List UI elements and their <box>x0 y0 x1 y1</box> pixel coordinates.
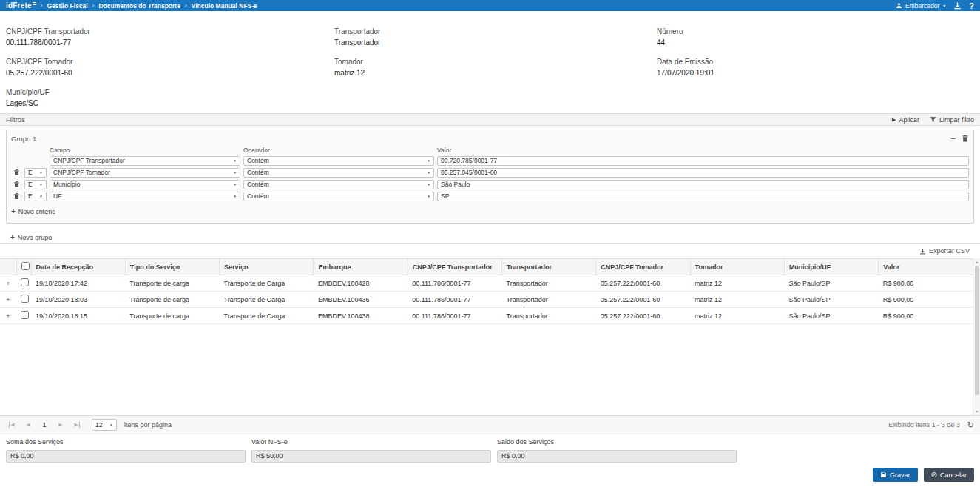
profile-menu[interactable]: Embarcador ▼ <box>896 2 946 10</box>
grid-toolbar: Exportar CSV <box>0 243 980 258</box>
row-checkbox[interactable] <box>21 278 29 286</box>
field-label: Transportador <box>334 27 657 36</box>
clear-filter-button[interactable]: Limpar filtro <box>930 116 974 124</box>
row-checkbox[interactable] <box>21 311 29 319</box>
first-page-button[interactable]: ◀ <box>6 419 18 431</box>
save-button[interactable]: Gravar <box>873 468 918 482</box>
collapse-group-button[interactable]: − <box>951 135 956 142</box>
table-cell: 00.111.786/0001-77 <box>408 275 501 292</box>
criterion-connector-select[interactable]: E▼ <box>24 192 47 201</box>
column-header-tomador[interactable]: Tomador <box>690 259 784 275</box>
criterion-field-select[interactable]: UF▼ <box>50 192 240 201</box>
saldo-servicos-input[interactable] <box>497 450 737 463</box>
help-button[interactable]: ? <box>969 1 974 10</box>
table-header-row: Data de Recepção Tipo do Serviço Serviço… <box>0 259 973 275</box>
chevron-down-icon: ▼ <box>427 170 430 174</box>
chevron-down-icon: ▼ <box>233 170 237 174</box>
refresh-icon[interactable]: ↻ <box>967 421 974 429</box>
field-label: CNPJ/CPF Tomador <box>6 58 334 66</box>
summary-label: Valor NFS-e <box>251 438 491 446</box>
criterion-operator-select[interactable]: Contém▼ <box>243 180 434 189</box>
table-cell: R$ 900,00 <box>879 292 973 308</box>
valor-nfse-input[interactable] <box>251 450 491 463</box>
app-logo[interactable]: idFrete <box>6 1 36 10</box>
filter-group: Grupo 1 − Campo Operador Valor CNPJ/CPF … <box>6 130 974 224</box>
criterion-connector-select[interactable]: E▼ <box>24 180 47 189</box>
first-page-icon: ◀ <box>9 422 14 428</box>
breadcrumb-separator-icon: › <box>92 2 95 9</box>
delete-criterion-button[interactable] <box>11 169 21 176</box>
export-csv-button[interactable]: Exportar CSV <box>919 247 970 255</box>
expand-row-button[interactable]: + <box>0 275 16 292</box>
soma-servicos-input[interactable] <box>6 450 246 463</box>
scroll-down-icon[interactable]: ▼ <box>973 408 980 415</box>
table-cell: matriz 12 <box>690 292 784 308</box>
new-group-button[interactable]: + Novo grupo <box>10 233 52 241</box>
column-header-transportador[interactable]: Transportador <box>501 259 595 275</box>
column-header-servico[interactable]: Serviço <box>220 259 314 275</box>
chevron-down-icon: ▼ <box>233 182 237 186</box>
criterion-operator-select[interactable]: Contém▼ <box>243 156 434 166</box>
download-icon <box>953 1 962 10</box>
criteria-column-headers: Campo Operador Valor <box>11 147 969 154</box>
criterion-value-input[interactable] <box>437 156 969 166</box>
table-cell: Transportador <box>501 308 595 324</box>
vinculo-manual-nfse-page: idFrete › Gestão Fiscal › Documentos do … <box>0 0 980 487</box>
criterion-value-input[interactable] <box>437 180 969 189</box>
chevron-down-icon: ▼ <box>39 182 43 186</box>
column-header-tipo-do-servico[interactable]: Tipo do Serviço <box>125 259 219 275</box>
topbar: idFrete › Gestão Fiscal › Documentos do … <box>0 0 980 11</box>
breadcrumb-item-vinculo-manual-nfse[interactable]: Vínculo Manual NFS-e <box>192 2 257 10</box>
breadcrumb-item-gestao-fiscal[interactable]: Gestão Fiscal <box>47 2 87 10</box>
chevron-down-icon: ▼ <box>233 194 237 198</box>
criterion-field-select[interactable]: CNPJ/CPF Transportador▼ <box>50 156 240 166</box>
column-header-cnpj-tomador[interactable]: CNPJ/CPF Tomador <box>596 259 690 275</box>
row-checkbox[interactable] <box>21 295 29 303</box>
expand-column-header <box>0 259 16 275</box>
table-cell: 00.111.786/0001-77 <box>408 292 501 308</box>
download-icon <box>919 248 926 255</box>
expand-row-button[interactable]: + <box>0 308 16 324</box>
previous-page-button[interactable]: ◀ <box>22 419 34 431</box>
page-number-1[interactable]: 1 <box>38 419 50 431</box>
next-page-button[interactable]: ▶ <box>55 419 67 431</box>
criterion-value-input[interactable] <box>437 192 969 201</box>
new-criterion-button[interactable]: + Novo critério <box>11 207 55 215</box>
select-all-checkbox[interactable] <box>21 262 30 270</box>
column-header-cnpj-transportador[interactable]: CNPJ/CPF Transportador <box>408 259 501 275</box>
funnel-icon <box>930 116 936 123</box>
column-header-data-de-recepcao[interactable]: Data de Recepção <box>31 259 125 275</box>
criterion-field-select[interactable]: CNPJ/CPF Tomador▼ <box>50 168 240 178</box>
apply-filter-button[interactable]: ▶ Aplicar <box>892 116 919 124</box>
criterion-connector-select[interactable]: E▼ <box>24 168 47 178</box>
chevron-down-icon: ▼ <box>427 158 430 162</box>
chevron-down-icon: ▼ <box>942 4 946 8</box>
scrollbar-thumb[interactable] <box>975 266 979 395</box>
criterion-row: CNPJ/CPF Transportador▼ Contém▼ <box>11 155 969 166</box>
criterion-field-select[interactable]: Município▼ <box>50 180 240 189</box>
breadcrumb-item-documentos-do-transporte[interactable]: Documentos do Transporte <box>98 2 180 10</box>
delete-criterion-button[interactable] <box>11 192 21 200</box>
field-cnpj-tomador: CNPJ/CPF Tomador 05.257.222/0001-60 <box>6 58 334 77</box>
scroll-up-icon[interactable]: ▲ <box>973 258 980 266</box>
criterion-operator-select[interactable]: Contém▼ <box>243 168 434 178</box>
expand-row-button[interactable]: + <box>0 292 16 308</box>
criterion-row: E▼ CNPJ/CPF Tomador▼ Contém▼ <box>11 167 969 178</box>
table-cell: Transportador <box>501 292 595 308</box>
download-button[interactable] <box>953 1 962 10</box>
column-header-municipio-uf[interactable]: Município/UF <box>784 259 878 275</box>
column-header-valor[interactable]: Valor <box>879 259 973 275</box>
criterion-value-input[interactable] <box>437 168 969 178</box>
column-header-embarque[interactable]: Embarque <box>314 259 408 275</box>
vertical-scrollbar[interactable]: ▲ ▼ <box>973 258 980 415</box>
summary-bar: Soma dos Serviços Valor NFS-e Saldo dos … <box>0 434 980 463</box>
criterion-row: E▼ UF▼ Contém▼ <box>11 191 969 201</box>
cancel-button[interactable]: ⊘ Cancelar <box>924 468 974 482</box>
summary-saldo-servicos: Saldo dos Serviços <box>497 438 737 463</box>
delete-criterion-button[interactable] <box>11 181 21 188</box>
page-size-select[interactable]: 12 ▼ <box>92 419 117 431</box>
criterion-operator-select[interactable]: Contém▼ <box>243 192 434 201</box>
last-page-button[interactable]: ▶ <box>71 419 83 431</box>
delete-group-button[interactable] <box>962 135 969 142</box>
table-cell: Transporte de carga <box>125 292 219 308</box>
